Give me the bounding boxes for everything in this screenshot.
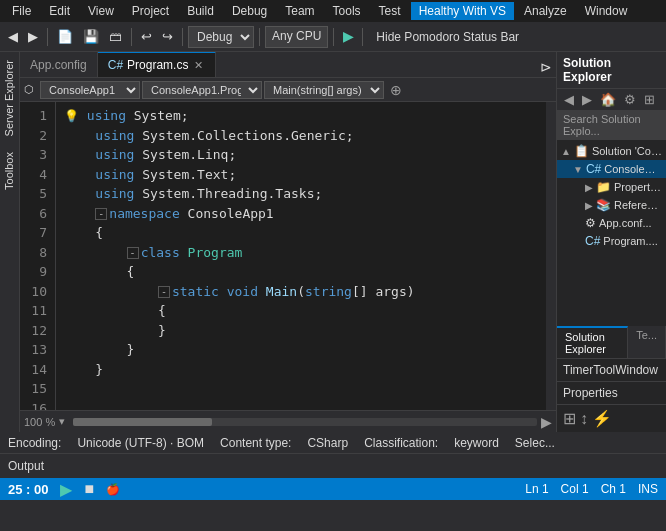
prop-events-button[interactable]: ⚡: [592, 409, 612, 428]
properties-toolbar: ⊞ ↕ ⚡: [557, 405, 666, 432]
expand-editor-button[interactable]: ⊕: [386, 82, 406, 98]
program-icon: C#: [585, 234, 600, 248]
left-sidebar: Server Explorer Toolbox: [0, 52, 20, 432]
selection-value: Selec...: [515, 436, 555, 450]
timer-tool-window: TimerToolWindow: [557, 359, 666, 382]
program-label: Program....: [603, 235, 657, 247]
sidebar-server-explorer[interactable]: Server Explorer: [0, 52, 19, 144]
menu-project[interactable]: Project: [124, 2, 177, 20]
tab-close-program-cs[interactable]: ✕: [192, 59, 205, 72]
pomodoro-hide-button[interactable]: Hide Pomodoro Status Bar: [368, 28, 527, 46]
prop-categories-button[interactable]: ⊞: [563, 409, 576, 428]
tree-item-project[interactable]: ▼ C# ConsoleApp...: [557, 160, 666, 178]
new-file-button[interactable]: 📄: [53, 27, 77, 46]
se-tab-team[interactable]: Te...: [628, 326, 666, 358]
code-editor[interactable]: 💡 using System; using System.Collections…: [56, 102, 546, 410]
status-bar: 25 : 00 ▶ ■ 🍎 Ln 1 Col 1 Ch 1 INS: [0, 478, 666, 500]
status-ins: INS: [638, 482, 658, 496]
timer-play-button[interactable]: ▶: [60, 480, 72, 499]
right-panel: Solution Explorer ◀ ▶ 🏠 ⚙ ⊞ Search Solut…: [556, 52, 666, 432]
content-type-label: Content type:: [220, 436, 291, 450]
start-button[interactable]: ▶: [339, 27, 357, 46]
content-type-value: CSharp: [307, 436, 348, 450]
tab-bar: App.config C# Program.cs ✕ ⊳: [20, 52, 556, 78]
tab-expand-button[interactable]: ⊳: [536, 57, 556, 77]
solution-icon: 📋: [574, 144, 589, 158]
menu-debug[interactable]: Debug: [224, 2, 275, 20]
menu-analyze[interactable]: Analyze: [516, 2, 575, 20]
menu-edit[interactable]: Edit: [41, 2, 78, 20]
tree-arrow-project: ▼: [573, 164, 583, 175]
scrollbar-thumb: [73, 418, 212, 426]
references-label: Reference...: [614, 199, 662, 211]
encoding-label: Encoding:: [8, 436, 61, 450]
properties-label: Properties: [614, 181, 662, 193]
encoding-value[interactable]: Unicode (UTF-8) · BOM: [77, 436, 204, 450]
tree-item-app-config[interactable]: ⚙ App.conf...: [557, 214, 666, 232]
save-all-button[interactable]: 🗃: [105, 27, 126, 46]
editor-nav: ⬡ ConsoleApp1 ConsoleApp1.Program Main(s…: [20, 78, 556, 102]
project-label: ConsoleApp...: [604, 163, 662, 175]
tree-arrow-properties: ▶: [585, 182, 593, 193]
editor-area: App.config C# Program.cs ✕ ⊳ ⬡ ConsoleAp…: [20, 52, 556, 432]
tree-item-properties[interactable]: ▶ 📁 Properties: [557, 178, 666, 196]
vertical-scrollbar[interactable]: [546, 102, 556, 410]
se-forward-button[interactable]: ▶: [579, 91, 595, 108]
se-home-button[interactable]: 🏠: [597, 91, 619, 108]
output-label: Output: [8, 459, 44, 473]
scroll-right-button[interactable]: ▶: [541, 414, 552, 430]
tree-arrow-solution: ▲: [561, 146, 571, 157]
app-config-label: App.conf...: [599, 217, 652, 229]
line-numbers: 1 2 3 4 5 6 7 8 9 10 11 12 13 14 15 16: [20, 102, 56, 410]
forward-button[interactable]: ▶: [24, 27, 42, 46]
cpu-selector[interactable]: Any CPU: [265, 26, 328, 48]
se-refresh-button[interactable]: ⚙: [621, 91, 639, 108]
sidebar-toolbox[interactable]: Toolbox: [0, 144, 19, 198]
method-dropdown[interactable]: Main(string[] args): [264, 81, 384, 99]
encoding-bar: Encoding: Unicode (UTF-8) · BOM Content …: [0, 432, 666, 454]
toolbar-sep-6: [362, 28, 363, 46]
properties-label-text: Properties: [563, 386, 618, 400]
prop-sort-button[interactable]: ↕: [580, 409, 588, 428]
tree-item-program[interactable]: C# Program....: [557, 232, 666, 250]
references-icon: 📚: [596, 198, 611, 212]
menu-build[interactable]: Build: [179, 2, 222, 20]
menu-window[interactable]: Window: [577, 2, 636, 20]
search-solution-explorer[interactable]: Search Solution Explo...: [557, 111, 666, 140]
back-button[interactable]: ◀: [4, 27, 22, 46]
class-dropdown[interactable]: ConsoleApp1.Program: [142, 81, 262, 99]
tab-program-cs[interactable]: C# Program.cs ✕: [98, 52, 217, 77]
tree-item-solution[interactable]: ▲ 📋 Solution 'Conso...: [557, 142, 666, 160]
status-ch: Ch 1: [601, 482, 626, 496]
tab-app-config[interactable]: App.config: [20, 52, 98, 77]
debug-mode-dropdown[interactable]: Debug: [188, 26, 254, 48]
se-tab-solution-explorer[interactable]: Solution Explorer: [557, 326, 628, 358]
properties-header: Properties: [557, 382, 666, 405]
status-col: Col 1: [561, 482, 589, 496]
menu-team[interactable]: Team: [277, 2, 322, 20]
tab-program-cs-icon: C#: [108, 58, 123, 72]
solution-tree: ▲ 📋 Solution 'Conso... ▼ C# ConsoleApp..…: [557, 140, 666, 326]
solution-explorer-toolbar: ◀ ▶ 🏠 ⚙ ⊞: [557, 89, 666, 111]
se-settings-button[interactable]: ⊞: [641, 91, 658, 108]
timer-window-label: TimerToolWindow: [563, 363, 658, 377]
menu-view[interactable]: View: [80, 2, 122, 20]
status-ln: Ln 1: [525, 482, 548, 496]
horizontal-scrollbar[interactable]: [73, 418, 537, 426]
toolbar-sep-3: [182, 28, 183, 46]
timer-stop-button[interactable]: ■: [84, 480, 94, 498]
zoom-icon: ▾: [59, 415, 65, 428]
toolbar-sep-5: [333, 28, 334, 46]
toolbar-sep-1: [47, 28, 48, 46]
tree-item-references[interactable]: ▶ 📚 Reference...: [557, 196, 666, 214]
menu-healthy[interactable]: Healthy With VS: [411, 2, 514, 20]
menu-tools[interactable]: Tools: [325, 2, 369, 20]
se-back-button[interactable]: ◀: [561, 91, 577, 108]
redo-button[interactable]: ↪: [158, 27, 177, 46]
namespace-dropdown[interactable]: ConsoleApp1: [40, 81, 140, 99]
menu-test[interactable]: Test: [371, 2, 409, 20]
menu-file[interactable]: File: [4, 2, 39, 20]
save-button[interactable]: 💾: [79, 27, 103, 46]
undo-button[interactable]: ↩: [137, 27, 156, 46]
code-area: 1 2 3 4 5 6 7 8 9 10 11 12 13 14 15 16 💡…: [20, 102, 556, 410]
